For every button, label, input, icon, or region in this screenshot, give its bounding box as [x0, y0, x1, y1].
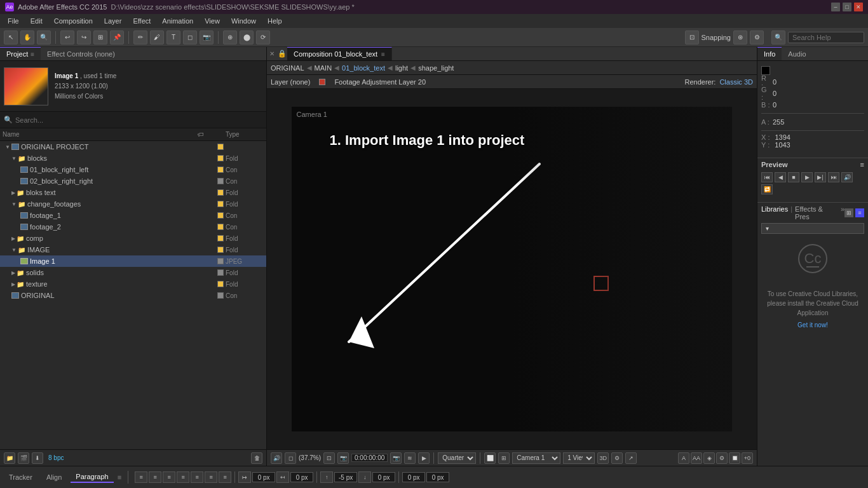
tab-project[interactable]: Project ≡	[0, 47, 41, 60]
search-help-input[interactable]	[788, 32, 864, 43]
tree-item-change-footages[interactable]: ▼ 📁 change_footages Fold	[0, 198, 266, 210]
tab-align[interactable]: Align	[41, 472, 67, 482]
motion-paths-btn[interactable]: ◈	[703, 452, 715, 464]
tab-info[interactable]: Info	[757, 47, 782, 60]
view-select[interactable]: 1 View	[563, 452, 595, 464]
para-extra-input2[interactable]	[426, 472, 449, 482]
tab-paragraph[interactable]: Paragraph	[71, 471, 113, 483]
preview-btn[interactable]: ▶	[418, 452, 430, 464]
text-btn-A[interactable]: A	[678, 452, 689, 464]
grid-btn[interactable]: ⊞	[498, 452, 510, 464]
lib-grid-view-btn[interactable]: ⊞	[844, 208, 853, 217]
render-queue-btn[interactable]: 🔲	[729, 452, 740, 464]
toolbar-undo-btn[interactable]: ↩	[60, 30, 74, 44]
render-settings-btn[interactable]: ⚙	[611, 452, 623, 464]
tree-item-blocks[interactable]: ▼ 📁 blocks Fold	[0, 152, 266, 164]
menu-edit[interactable]: Edit	[25, 16, 48, 26]
menu-layer[interactable]: Layer	[99, 16, 127, 26]
menu-composition[interactable]: Composition	[49, 16, 98, 26]
tree-item-image-folder[interactable]: ▼ 📁 IMAGE Fold	[0, 244, 266, 255]
toolbar-pen-btn[interactable]: ✏	[133, 30, 147, 44]
comp-settings-btn[interactable]: ⚙	[716, 452, 728, 464]
menu-help[interactable]: Help	[262, 16, 287, 26]
prev-next-btn[interactable]: ▶|	[815, 172, 826, 182]
para-space-after-input[interactable]	[372, 472, 395, 482]
tree-item-solids[interactable]: ▶ 📁 solids Fold	[0, 267, 266, 278]
para-menu-icon[interactable]: ≡	[118, 473, 121, 481]
region-btn[interactable]: ⬜	[484, 452, 496, 464]
toolbar-pin-btn[interactable]: 📌	[110, 30, 124, 44]
prev-last-btn[interactable]: ⏭	[828, 172, 839, 182]
comp-tab-close-btn[interactable]: ≡	[381, 51, 385, 58]
toolbar-hand-btn[interactable]: ✋	[20, 30, 34, 44]
para-align-center[interactable]: ≡	[149, 471, 161, 483]
file-tree[interactable]: ▼ ORIGINAL PROJECT ▼ 📁 blocks Fold 01_bl…	[0, 141, 266, 449]
tree-item-original-project[interactable]: ▼ ORIGINAL PROJECT	[0, 141, 266, 152]
panel-tab-menu-icon[interactable]: ≡	[31, 51, 34, 58]
export-btn[interactable]: ↗	[625, 452, 637, 464]
toolbar-3d-btn[interactable]: ⟳	[256, 30, 270, 44]
prev-audio-btn[interactable]: 🔊	[841, 172, 853, 182]
text-btn-AA[interactable]: AA	[691, 452, 702, 464]
lib-dropdown[interactable]: ▾	[761, 223, 864, 234]
fit-view-btn[interactable]: ⊡	[323, 452, 335, 464]
toolbar-redo-btn[interactable]: ↪	[77, 30, 91, 44]
para-justify-left[interactable]: ≡	[177, 471, 189, 483]
para-extra-input1[interactable]	[402, 472, 425, 482]
toolbar-mask-btn[interactable]: ⬤	[240, 30, 254, 44]
toolbar-select-btn[interactable]: ↖	[4, 30, 18, 44]
breadcrumb-main[interactable]: MAIN	[315, 64, 332, 72]
tree-item-02block[interactable]: 02_block_right_right Con	[0, 175, 266, 187]
canvas-plus-btn[interactable]: +0	[742, 452, 753, 464]
toolbar-shape-btn[interactable]: ◻	[183, 30, 197, 44]
preview-menu-icon[interactable]: ≡	[860, 161, 864, 168]
tree-item-footage2[interactable]: footage_2 Con	[0, 221, 266, 233]
tree-item-image1[interactable]: Image 1 JPEG	[0, 255, 266, 267]
snapping-toggle[interactable]: ⊛	[733, 30, 747, 44]
para-align-left[interactable]: ≡	[135, 471, 147, 483]
quality-select[interactable]: Quarter Half Full	[438, 452, 476, 464]
breadcrumb-light[interactable]: light	[395, 64, 408, 72]
menu-file[interactable]: File	[3, 16, 24, 26]
para-justify-center[interactable]: ≡	[191, 471, 203, 483]
minimize-button[interactable]: –	[831, 3, 840, 11]
prev-play-btn[interactable]: ▶	[801, 172, 813, 182]
tree-item-original[interactable]: ORIGINAL Con	[0, 290, 266, 301]
para-align-right[interactable]: ≡	[163, 471, 175, 483]
toolbar-snap-btn[interactable]: ⊞	[93, 30, 107, 44]
comp-tab-close[interactable]: ✕	[267, 47, 277, 61]
tree-item-bloks-text[interactable]: ▶ 📁 bloks text Fold	[0, 187, 266, 198]
tree-item-01block[interactable]: 01_block_right_left Con	[0, 164, 266, 175]
toolbar-brush-btn[interactable]: 🖌	[150, 30, 164, 44]
comp-tab-lock[interactable]: 🔒	[277, 47, 287, 61]
maximize-button[interactable]: □	[843, 3, 851, 11]
menu-animation[interactable]: Animation	[157, 16, 198, 26]
tab-effects-presets[interactable]: Effects & Pres	[795, 205, 838, 220]
para-indent2-input[interactable]	[290, 472, 313, 482]
breadcrumb-original[interactable]: ORIGINAL	[271, 64, 304, 72]
para-indent1-input[interactable]	[252, 472, 275, 482]
prev-first-btn[interactable]: ⏮	[761, 172, 773, 182]
project-search-input[interactable]	[15, 116, 262, 124]
bpc-label[interactable]: 8 bpc	[48, 454, 64, 461]
toolbar-zoom-btn[interactable]: 🔍	[37, 30, 51, 44]
tab-audio[interactable]: Audio	[782, 47, 812, 60]
toolbar-text-btn[interactable]: T	[166, 30, 180, 44]
play-audio-btn[interactable]: 🔊	[271, 452, 282, 464]
menu-effect[interactable]: Effect	[128, 16, 156, 26]
new-folder-btn[interactable]: 📁	[4, 452, 15, 464]
tab-effect-controls[interactable]: Effect Controls (none)	[41, 47, 121, 60]
toolbar-puppet-btn[interactable]: ⊕	[223, 30, 237, 44]
import-btn[interactable]: ⬇	[32, 452, 43, 464]
lib-get-it-now-link[interactable]: Get it now!	[797, 320, 828, 330]
para-justify-all[interactable]: ≡	[219, 471, 231, 483]
snapshot-btn[interactable]: 📷	[337, 452, 349, 464]
toggle-alpha-btn[interactable]: ◻	[285, 452, 296, 464]
camera-select[interactable]: Camera 1	[512, 452, 560, 464]
para-space-before-input[interactable]	[334, 472, 357, 482]
zoom-value[interactable]: (37.7%)	[299, 454, 321, 461]
tree-item-texture[interactable]: ▶ 📁 texture Fold	[0, 278, 266, 290]
close-button[interactable]: ✕	[854, 3, 863, 11]
tree-item-footage1[interactable]: footage_1 Con	[0, 210, 266, 221]
snapping-settings[interactable]: ⚙	[750, 30, 764, 44]
